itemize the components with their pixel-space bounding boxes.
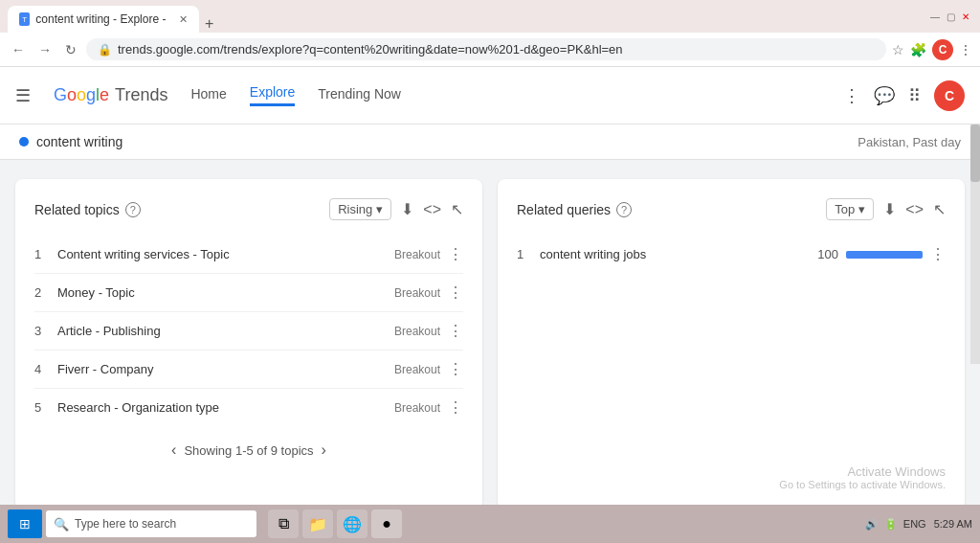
maximize-button[interactable]: ▢ [944,10,957,23]
related-topics-header: Related topics ? Rising ▾ ⬇ <> ↖ [34,198,463,220]
related-topics-list: 1 Content writing services - Topic Break… [34,236,463,426]
chevron-down-icon: ▾ [376,202,383,216]
taskbar-pinned-icons: ⧉ 📁 🌐 ● [268,509,402,538]
taskbar-search-icon: 🔍 [54,517,69,532]
query-bar-container [846,251,923,259]
row-menu-icon[interactable]: ⋮ [448,398,463,417]
embed-topics-button[interactable]: <> [423,201,441,218]
menu-button[interactable]: ⋮ [959,42,972,57]
address-bar: ← → ↻ 🔒 trends.google.com/trends/explore… [0,33,980,67]
logo-trends: Trends [115,85,167,105]
activate-windows: Activate Windows Go to Settings to activ… [517,273,946,490]
back-button[interactable]: ← [8,40,29,59]
top-filter-dropdown[interactable]: Top ▾ [826,198,874,220]
scrollbar[interactable] [970,124,980,364]
extension-button[interactable]: 🧩 [910,42,926,57]
volume-icon: 🔋 [884,518,898,531]
bookmark-button[interactable]: ☆ [892,42,904,57]
minimize-button[interactable]: — [928,10,942,23]
table-row: 5 Research - Organization type Breakout … [34,389,463,426]
active-tab[interactable]: T content writing - Explore - Goo... ✕ [8,6,199,33]
share-icon[interactable]: ⋮ [843,85,860,106]
nav-trending-now[interactable]: Trending Now [318,86,401,105]
share-topics-button[interactable]: ↖ [451,200,463,218]
user-avatar[interactable]: C [934,80,965,111]
forward-button[interactable]: → [34,40,56,59]
url-input[interactable]: 🔒 trends.google.com/trends/explore?q=con… [86,38,886,60]
lang-label: ENG [903,518,926,530]
hamburger-menu[interactable]: ☰ [15,85,31,106]
clock: 5:29 AM [934,518,972,530]
file-explorer-button[interactable]: 📁 [302,509,333,538]
row-menu-icon[interactable]: ⋮ [448,245,463,263]
related-topics-title: Related topics ? [34,202,141,217]
related-queries-title: Related queries ? [517,202,632,217]
download-queries-button[interactable]: ⬇ [883,200,896,218]
logo-google: Google [54,85,109,105]
rising-filter-dropdown[interactable]: Rising ▾ [329,198,391,220]
share-queries-button[interactable]: ↖ [933,200,946,218]
geo-label: Pakistan, Past day [858,135,961,149]
reload-button[interactable]: ↻ [61,40,80,59]
download-topics-button[interactable]: ⬇ [401,200,413,218]
table-row: 3 Article - Publishing Breakout ⋮ [34,312,463,351]
row-menu-icon[interactable]: ⋮ [448,283,463,302]
tab-favicon: T [19,12,30,26]
network-icon: 🔊 [865,518,879,531]
task-view-button[interactable]: ⧉ [268,509,299,538]
row-menu-icon[interactable]: ⋮ [448,360,463,378]
gt-header: ☰ Google Trends Home Explore Trending No… [0,67,980,124]
related-topics-card: Related topics ? Rising ▾ ⬇ <> ↖ 1 Conte… [15,179,482,509]
nav-home[interactable]: Home [190,86,226,105]
profile-button[interactable]: C [932,39,953,60]
pagination-label: Showing 1-5 of 9 topics [184,443,313,458]
prev-page-button[interactable]: ‹ [171,441,176,459]
related-queries-header: Related queries ? Top ▾ ⬇ <> ↖ [517,198,946,220]
main-nav: Home Explore Trending Now [190,84,820,106]
embed-queries-button[interactable]: <> [905,201,924,218]
query-bar [846,251,923,259]
next-page-button[interactable]: › [322,441,326,459]
related-topics-actions: Rising ▾ ⬇ <> ↖ [329,198,463,220]
blue-dot-icon [19,137,29,147]
pagination: ‹ Showing 1-5 of 9 topics › [34,441,463,459]
search-term-label: content writing [36,134,122,149]
new-tab-button[interactable]: + [199,15,219,33]
query-menu-icon[interactable]: ⋮ [930,245,946,263]
chrome-button[interactable]: ● [371,509,402,538]
taskbar-right: 🔊 🔋 ENG 5:29 AM [865,518,972,531]
logo: Google Trends [54,85,167,105]
edge-button[interactable]: 🌐 [337,509,368,538]
query-row: 1 content writing jobs 100 ⋮ [517,236,946,273]
apps-icon[interactable]: ⠿ [908,85,921,106]
scrollbar-thumb[interactable] [970,124,980,182]
related-queries-card: Related queries ? Top ▾ ⬇ <> ↖ 1 content… [498,179,965,509]
related-queries-help-icon[interactable]: ? [616,202,632,217]
taskbar-search[interactable]: 🔍 Type here to search [46,510,256,537]
lock-icon: 🔒 [98,43,112,57]
header-actions: ⋮ 💬 ⠿ C [843,80,965,111]
taskbar: ⊞ 🔍 Type here to search ⧉ 📁 🌐 ● 🔊 🔋 ENG … [0,505,980,543]
row-menu-icon[interactable]: ⋮ [448,322,463,340]
tab-close-btn[interactable]: ✕ [179,13,188,26]
related-queries-list: 1 content writing jobs 100 ⋮ [517,236,946,273]
browser-titlebar: T content writing - Explore - Goo... ✕ +… [0,0,980,33]
window-controls: — ▢ ✕ [928,10,972,23]
system-tray: 🔊 🔋 ENG [865,518,926,531]
feedback-icon[interactable]: 💬 [874,85,895,106]
close-button[interactable]: ✕ [959,10,972,23]
url-text: trends.google.com/trends/explore?q=conte… [118,42,875,57]
tab-title: content writing - Explore - Goo... [35,12,169,26]
tab-bar: T content writing - Explore - Goo... ✕ + [8,0,923,33]
table-row: 1 Content writing services - Topic Break… [34,236,463,274]
main-content: Related topics ? Rising ▾ ⬇ <> ↖ 1 Conte… [0,160,980,529]
subtitle-bar: content writing Pakistan, Past day [0,124,980,160]
chevron-down-icon: ▾ [858,202,865,216]
table-row: 2 Money - Topic Breakout ⋮ [34,274,463,312]
start-button[interactable]: ⊞ [8,509,42,538]
address-actions: ☆ 🧩 C ⋮ [892,39,972,60]
nav-explore[interactable]: Explore [250,84,295,106]
related-topics-help-icon[interactable]: ? [125,202,141,217]
search-tag: content writing [19,134,122,149]
related-queries-actions: Top ▾ ⬇ <> ↖ [826,198,946,220]
